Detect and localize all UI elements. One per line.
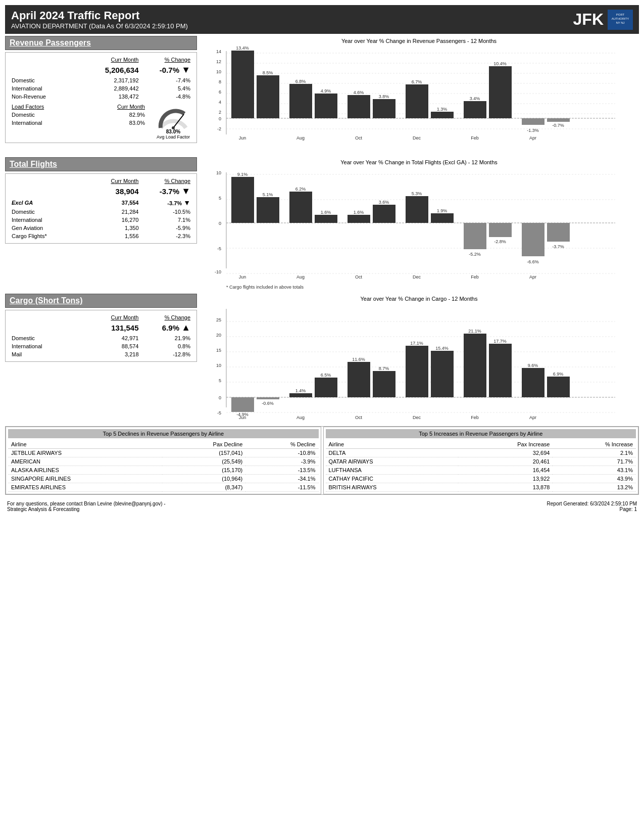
- svg-text:Oct: Oct: [355, 274, 363, 280]
- svg-rect-43: [489, 66, 512, 118]
- svg-rect-66: [231, 177, 254, 223]
- flights-col-curr: Curr Month: [92, 177, 142, 185]
- declines-row-3: SINGAPORE AIRLINES (10,964) -34.1%: [8, 475, 319, 483]
- load-domestic-row: Domestic 82.9%: [9, 111, 148, 119]
- rev-pax-arrow-down: ▼: [181, 65, 190, 75]
- declines-pct-3: -34.1%: [245, 475, 318, 483]
- svg-rect-88: [547, 223, 570, 242]
- flights-col-pct: % Change: [142, 177, 194, 185]
- cargo-total-pct: 6.9% ▲: [142, 321, 194, 334]
- svg-text:-0.6%: -0.6%: [262, 401, 274, 406]
- svg-text:13.4%: 13.4%: [236, 46, 249, 51]
- page: April 2024 Traffic Report AVIATION DEPAR…: [0, 0, 644, 834]
- declines-col-pax: Pax Decline: [162, 440, 246, 449]
- footer-right: Report Generated: 6/3/2024 2:59:10 PM Pa…: [547, 501, 637, 512]
- rev-pax-total-curr: 5,206,634: [92, 64, 142, 76]
- rev-pax-data: Curr Month % Change 5,206,634 -0.7% ▼ Do…: [5, 52, 197, 143]
- cargo-domestic-label: Domestic: [9, 334, 92, 342]
- declines-pax-0: (157,041): [162, 449, 246, 457]
- svg-rect-35: [373, 99, 395, 118]
- svg-text:Dec: Dec: [413, 415, 421, 420]
- rev-pax-intl-row: International 2,889,442 5.4%: [9, 84, 193, 92]
- rev-pax-total-label: [9, 64, 92, 76]
- svg-rect-117: [315, 378, 337, 397]
- svg-text:Apr: Apr: [529, 135, 536, 141]
- flights-cargo-row: Cargo Flights* 1,556 -2.3%: [9, 232, 193, 240]
- svg-text:-5: -5: [217, 410, 221, 415]
- footer-page: Page: 1: [547, 506, 637, 512]
- svg-rect-27: [257, 75, 279, 118]
- load-factor-section: Load Factors Curr Month Domestic 82.9% I…: [9, 103, 193, 140]
- svg-text:5.1%: 5.1%: [263, 192, 273, 197]
- svg-text:-5.2%: -5.2%: [469, 252, 481, 257]
- flights-arrow-down: ▼: [181, 186, 190, 196]
- svg-text:12: 12: [216, 59, 221, 64]
- load-intl-row: International 83.0%: [9, 119, 148, 127]
- svg-text:Apr: Apr: [529, 415, 536, 420]
- svg-rect-68: [257, 197, 279, 223]
- flights-domestic-pct: -10.5%: [142, 208, 194, 216]
- cargo-col-curr: Curr Month: [92, 313, 142, 321]
- svg-text:-6.6%: -6.6%: [527, 259, 539, 264]
- svg-text:AUTHORITY: AUTHORITY: [612, 17, 629, 20]
- flights-intl-pct: 7.1%: [142, 216, 194, 224]
- bottom-tables: Top 5 Declines in Revenue Passengers by …: [5, 426, 639, 495]
- top-declines-header: Airline Pax Decline % Decline: [8, 440, 319, 449]
- cargo-domestic-pct: 21.9%: [142, 334, 194, 342]
- top-declines-title: Top 5 Declines in Revenue Passengers by …: [8, 429, 319, 438]
- rev-pax-nonrev-curr: 138,472: [92, 92, 142, 101]
- col-label-header: [9, 56, 92, 64]
- svg-text:5: 5: [219, 196, 221, 201]
- svg-text:8.5%: 8.5%: [263, 70, 273, 75]
- svg-rect-86: [522, 223, 544, 256]
- svg-rect-45: [522, 118, 544, 125]
- total-flights-section: Total Flights Curr Month % Change 38,904…: [5, 157, 639, 292]
- svg-rect-121: [373, 371, 395, 397]
- flights-total-row: 38,904 -3.7% ▼: [9, 185, 193, 198]
- svg-rect-78: [406, 196, 428, 223]
- footer: For any questions, please contact Brian …: [5, 499, 639, 514]
- flights-ga-label: Gen Aviation: [9, 224, 92, 232]
- svg-text:Dec: Dec: [413, 135, 421, 141]
- svg-text:-10: -10: [215, 269, 221, 274]
- flights-exclga-arrow: ▼: [183, 199, 190, 207]
- flights-total-pct: -3.7% ▼: [142, 185, 194, 198]
- svg-text:1.4%: 1.4%: [295, 388, 306, 393]
- cargo-total-row: 131,545 6.9% ▲: [9, 321, 193, 334]
- flights-domestic-row: Domestic 21,284 -10.5%: [9, 208, 193, 216]
- footer-generated: Report Generated: 6/3/2024 2:59:10 PM: [547, 501, 637, 506]
- svg-text:Oct: Oct: [355, 135, 363, 141]
- svg-text:4.6%: 4.6%: [354, 90, 364, 95]
- cargo-intl-row: International 88,574 0.8%: [9, 342, 193, 350]
- increases-airline-1: QATAR AIRWAYS: [326, 457, 459, 466]
- rev-pax-intl-label: International: [9, 84, 92, 92]
- svg-text:6.5%: 6.5%: [321, 373, 331, 378]
- svg-rect-33: [348, 95, 370, 118]
- flights-total-pct-val: -3.7%: [160, 187, 179, 196]
- svg-text:8: 8: [219, 79, 221, 84]
- increases-col-airline: Airline: [326, 440, 459, 449]
- gauge-svg: [156, 103, 191, 133]
- rev-pax-total-row: 5,206,634 -0.7% ▼: [9, 64, 193, 76]
- declines-pct-1: -3.9%: [245, 457, 318, 466]
- svg-rect-119: [348, 362, 370, 397]
- svg-text:11.6%: 11.6%: [352, 357, 365, 362]
- svg-text:6: 6: [219, 89, 221, 95]
- rev-pax-left: Revenue Passengers Curr Month % Change 5…: [5, 36, 197, 155]
- increases-pct-0: 2.1%: [553, 449, 636, 457]
- rev-pax-chart: Year over Year % Change in Revenue Passe…: [199, 36, 639, 155]
- rev-pax-total-pct: -0.7% ▼: [142, 64, 194, 76]
- svg-text:25: 25: [216, 317, 221, 322]
- svg-text:0: 0: [219, 221, 221, 226]
- cargo-chart-title: Year over Year % Change in Cargo - 12 Mo…: [201, 296, 637, 302]
- svg-text:-2.8%: -2.8%: [494, 239, 506, 244]
- svg-text:6.2%: 6.2%: [295, 187, 306, 192]
- flights-exclga-label: Excl GA: [9, 198, 92, 208]
- flights-chart: Year over Year % Change in Total Flights…: [199, 157, 639, 292]
- flights-ga-pct: -5.9%: [142, 224, 194, 232]
- flights-intl-row: International 16,270 7.1%: [9, 216, 193, 224]
- increases-row-1: QATAR AIRWAYS 20,461 71.7%: [326, 457, 636, 466]
- cargo-total-pct-val: 6.9%: [162, 323, 179, 332]
- svg-rect-115: [289, 393, 312, 397]
- cargo-table: Curr Month % Change 131,545 6.9% ▲ Domes…: [9, 313, 193, 358]
